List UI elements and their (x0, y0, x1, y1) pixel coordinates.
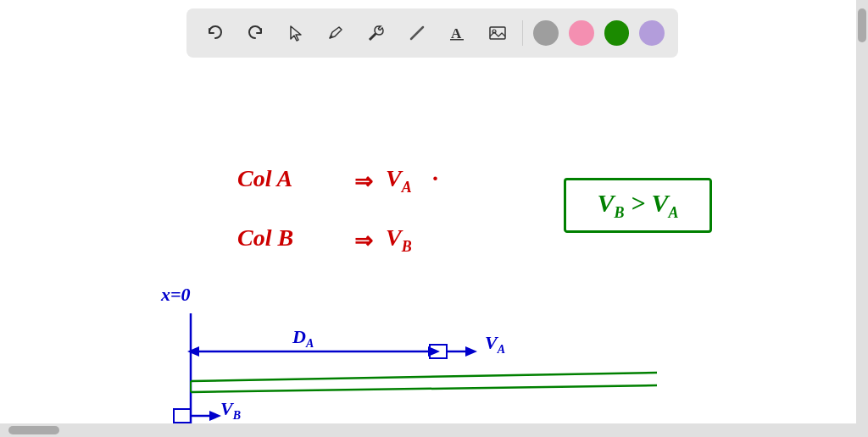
toolbar-divider (522, 20, 523, 46)
undo-button[interactable] (200, 18, 231, 48)
svg-text:A: A (305, 337, 314, 350)
vb-label-text: VB (386, 224, 412, 256)
redo-icon (246, 24, 264, 42)
whiteboard-content: Col A ⇒ VA · Col B ⇒ VB VB > VA x=0 (0, 68, 856, 423)
scrollbar-bottom[interactable] (0, 423, 856, 437)
svg-marker-13 (465, 346, 477, 357)
arrow-a-text: ⇒ (354, 169, 373, 195)
green-box-inequality: VB > VA (564, 178, 712, 233)
canvas-area: A Col A ⇒ VA · Col B ⇒ VB (0, 0, 856, 423)
image-button[interactable] (482, 18, 513, 48)
svg-marker-19 (209, 411, 221, 421)
select-icon (287, 24, 305, 42)
pencil2-button[interactable] (402, 18, 432, 48)
pen-button[interactable] (321, 18, 352, 48)
svg-rect-2 (450, 39, 464, 41)
line-icon (408, 24, 426, 42)
scrollbar-right[interactable] (856, 0, 868, 437)
svg-rect-3 (490, 27, 505, 39)
image-icon (488, 24, 507, 42)
wrench-icon (367, 24, 386, 42)
pen-icon (326, 24, 345, 42)
arrow-b-text: ⇒ (354, 228, 373, 254)
vb-diagram-label: VB (220, 398, 241, 423)
svg-text:D: D (292, 326, 306, 347)
diagram-section: x=0 D A (148, 284, 682, 437)
svg-rect-17 (174, 409, 191, 423)
text-icon: A (448, 24, 466, 42)
svg-marker-8 (187, 346, 199, 357)
green-box-content: VB > VA (597, 189, 678, 222)
svg-line-15 (191, 385, 657, 392)
svg-line-0 (411, 27, 423, 39)
col-a-text: Col A (237, 165, 292, 192)
select-button[interactable] (281, 18, 311, 48)
scrollbar-thumb-right[interactable] (858, 8, 866, 42)
undo-icon (206, 24, 225, 42)
text-button[interactable]: A (442, 18, 472, 48)
svg-line-14 (191, 373, 657, 381)
va-dot-text: · (432, 165, 438, 192)
settings-button[interactable] (361, 18, 392, 48)
toolbar: A (186, 8, 678, 58)
scrollbar-thumb-bottom[interactable] (8, 426, 59, 434)
redo-button[interactable] (241, 18, 271, 48)
col-b-text: Col B (237, 224, 293, 252)
va-diagram-label: VA (485, 332, 505, 357)
color-green[interactable] (604, 20, 630, 46)
color-lavender[interactable] (639, 20, 665, 46)
va-label-text: VA (386, 165, 412, 196)
color-pink[interactable] (569, 20, 594, 46)
color-gray[interactable] (533, 20, 559, 46)
